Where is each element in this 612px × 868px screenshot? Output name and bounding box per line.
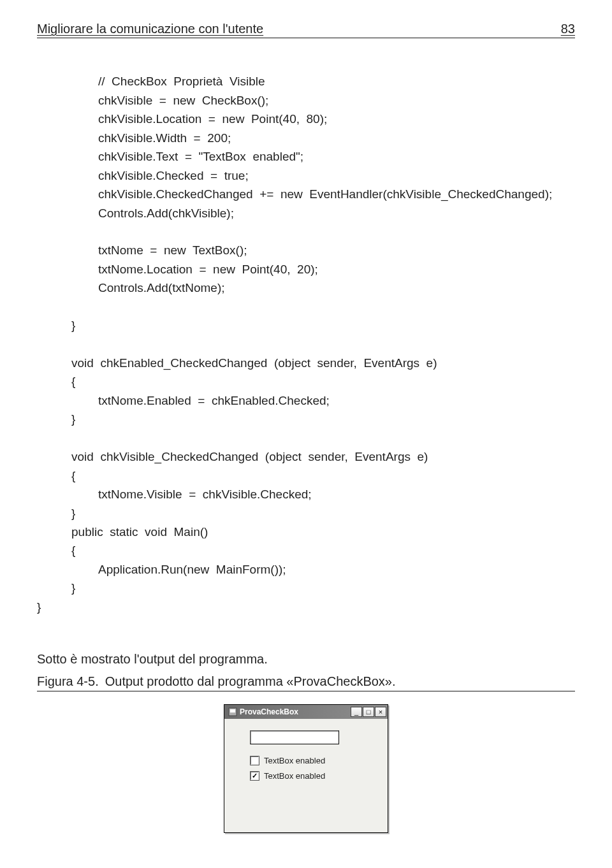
code-line: // CheckBox Proprietà Visible [37,75,265,88]
window-titlebar: ProvaCheckBox _ □ × [224,705,388,719]
txtnome-input[interactable] [250,730,339,744]
code-line: { [37,469,75,482]
code-line: chkVisible.CheckedChanged += new EventHa… [37,187,552,201]
code-line: { [37,375,75,388]
close-button[interactable]: × [375,707,386,717]
minimize-button[interactable]: _ [351,707,362,717]
minimize-icon: _ [354,709,358,715]
maximize-icon: □ [367,709,371,715]
code-line: void chkVisible_CheckedChanged (object s… [37,450,428,463]
code-line: txtNome.Enabled = chkEnabled.Checked; [37,394,330,407]
chkvisible-checkbox[interactable]: ✓ TextBox enabled [250,771,325,781]
code-line: } [37,319,75,332]
window-system-icon [228,707,237,716]
figure-label: Figura 4-5. [37,674,99,689]
checkbox-box-empty [250,756,259,765]
maximize-button[interactable]: □ [363,707,374,717]
page-header: Migliorare la comunicazione con l'utente… [37,22,575,38]
output-intro: Sotto è mostrato l'output del programma. [37,652,575,667]
figure-caption: Figura 4-5. Output prodotto dal programm… [37,674,575,691]
code-line: txtNome.Visible = chkVisible.Checked; [37,488,312,501]
code-block: // CheckBox Proprietà Visible chkVisible… [37,54,575,635]
code-line: Controls.Add(txtNome); [37,281,225,294]
page-number: 83 [561,22,575,36]
code-line: Controls.Add(chkVisible); [37,206,234,220]
window-client-area: TextBox enabled ✓ TextBox enabled [224,719,388,832]
code-line: } [37,600,41,614]
checkbox-label: TextBox enabled [264,771,325,781]
checkbox-box-checked: ✓ [250,771,259,781]
chkenabled-checkbox[interactable]: TextBox enabled [250,756,325,765]
code-line: chkVisible.Location = new Point(40, 80); [37,112,327,126]
close-icon: × [379,709,382,715]
code-line: void chkEnabled_CheckedChanged (object s… [37,356,437,370]
checkbox-label: TextBox enabled [264,756,325,765]
code-line: chkVisible = new CheckBox(); [37,94,268,107]
window-title: ProvaCheckBox [240,707,351,716]
code-line: Application.Run(new MainForm()); [37,563,286,576]
sample-window: ProvaCheckBox _ □ × TextBox enabled ✓ Te… [224,704,388,833]
code-line: chkVisible.Width = 200; [37,131,231,145]
code-line: txtNome.Location = new Point(40, 20); [37,263,318,276]
code-line: chkVisible.Text = "TextBox enabled"; [37,150,303,163]
code-line: { [37,544,75,557]
code-line: chkVisible.Checked = true; [37,169,249,182]
code-line: } [37,412,75,426]
header-title: Migliorare la comunicazione con l'utente [37,22,263,36]
code-line: } [37,581,75,595]
code-line [37,225,98,238]
code-line [37,300,98,314]
figure-title: Output prodotto dal programma «ProvaChec… [105,674,396,689]
code-line: public static void Main() [37,525,208,539]
code-line [37,431,71,445]
code-line: txtNome = new TextBox(); [37,243,247,257]
code-line: } [37,507,75,520]
code-line [37,338,71,351]
svg-rect-1 [230,709,235,712]
